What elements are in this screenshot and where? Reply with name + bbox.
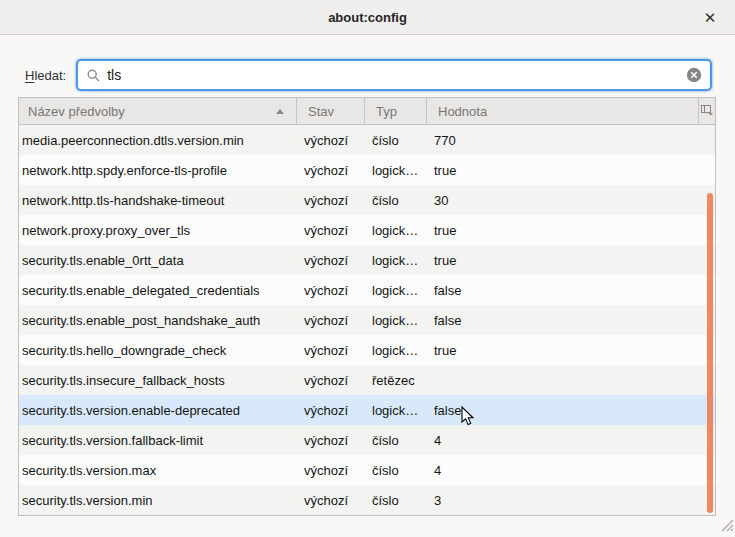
pref-status-cell: výchozí	[296, 253, 364, 268]
prefs-table: Název předvolby Stav Typ Hodnota media.p…	[18, 97, 716, 516]
pref-value-cell: 3	[426, 493, 715, 508]
close-button[interactable]: ✕	[697, 0, 723, 35]
pref-name-cell: media.peerconnection.dtls.version.min	[19, 133, 296, 148]
titlebar: about:config ✕	[0, 0, 735, 35]
pref-status-cell: výchozí	[296, 193, 364, 208]
pref-status-cell: výchozí	[296, 163, 364, 178]
search-input[interactable]: tls	[76, 59, 712, 91]
clear-search-icon[interactable]	[686, 67, 702, 83]
pref-value-cell: 4	[426, 463, 715, 478]
pref-type-cell: logick…	[364, 223, 426, 238]
table-row[interactable]: security.tls.hello_downgrade_check výcho…	[19, 335, 715, 365]
pref-value-cell: true	[426, 343, 715, 358]
search-label: Hledat:	[25, 68, 66, 83]
table-row[interactable]: security.tls.enable_0rtt_data výchozí lo…	[19, 245, 715, 275]
pref-value-cell: true	[426, 253, 715, 268]
column-header-status[interactable]: Stav	[296, 98, 364, 124]
pref-value-cell: 4	[426, 433, 715, 448]
pref-type-cell: řetězec	[364, 373, 426, 388]
column-header-name[interactable]: Název předvolby	[19, 98, 296, 124]
pref-name-cell: network.http.spdy.enforce-tls-profile	[19, 163, 296, 178]
column-header-type[interactable]: Typ	[364, 98, 426, 124]
pref-value-cell: false	[426, 403, 715, 418]
column-header-value[interactable]: Hodnota	[426, 98, 698, 124]
pref-status-cell: výchozí	[296, 283, 364, 298]
pref-status-cell: výchozí	[296, 433, 364, 448]
table-body: media.peerconnection.dtls.version.min vý…	[19, 125, 715, 515]
table-row[interactable]: network.http.spdy.enforce-tls-profile vý…	[19, 155, 715, 185]
pref-name-cell: security.tls.hello_downgrade_check	[19, 343, 296, 358]
table-row[interactable]: security.tls.enable_delegated_credential…	[19, 275, 715, 305]
table-row[interactable]: security.tls.enable_post_handshake_auth …	[19, 305, 715, 335]
pref-type-cell: číslo	[364, 433, 426, 448]
pref-name-cell: security.tls.enable_delegated_credential…	[19, 283, 296, 298]
column-picker-icon	[701, 104, 714, 119]
table-row[interactable]: network.http.tls-handshake-timeout výcho…	[19, 185, 715, 215]
pref-type-cell: logick…	[364, 343, 426, 358]
table-row[interactable]: security.tls.version.fallback-limit vých…	[19, 425, 715, 455]
pref-name-cell: security.tls.insecure_fallback_hosts	[19, 373, 296, 388]
pref-type-cell: logick…	[364, 253, 426, 268]
pref-status-cell: výchozí	[296, 463, 364, 478]
pref-name-cell: network.http.tls-handshake-timeout	[19, 193, 296, 208]
pref-type-cell: číslo	[364, 133, 426, 148]
pref-name-cell: security.tls.enable_post_handshake_auth	[19, 313, 296, 328]
search-icon	[87, 69, 100, 82]
search-query-text: tls	[107, 67, 686, 83]
table-row[interactable]: security.tls.version.max výchozí číslo 4	[19, 455, 715, 485]
pref-status-cell: výchozí	[296, 403, 364, 418]
pref-name-cell: security.tls.version.min	[19, 493, 296, 508]
pref-name-cell: security.tls.version.max	[19, 463, 296, 478]
pref-name-cell: network.proxy.proxy_over_tls	[19, 223, 296, 238]
table-row[interactable]: security.tls.version.min výchozí číslo 3	[19, 485, 715, 515]
pref-type-cell: číslo	[364, 493, 426, 508]
pref-value-cell: 30	[426, 193, 715, 208]
table-row[interactable]: security.tls.version.enable-deprecated v…	[19, 395, 715, 425]
pref-type-cell: logick…	[364, 313, 426, 328]
table-row[interactable]: network.proxy.proxy_over_tls výchozí log…	[19, 215, 715, 245]
table-header: Název předvolby Stav Typ Hodnota	[19, 98, 715, 125]
pref-type-cell: logick…	[364, 163, 426, 178]
pref-type-cell: číslo	[364, 463, 426, 478]
pref-value-cell: true	[426, 223, 715, 238]
pref-status-cell: výchozí	[296, 343, 364, 358]
pref-type-cell: logick…	[364, 403, 426, 418]
search-row: Hledat: tls	[25, 59, 712, 91]
pref-value-cell: 770	[426, 133, 715, 148]
table-row[interactable]: media.peerconnection.dtls.version.min vý…	[19, 125, 715, 155]
pref-status-cell: výchozí	[296, 133, 364, 148]
table-row[interactable]: security.tls.insecure_fallback_hosts výc…	[19, 365, 715, 395]
column-picker-button[interactable]	[698, 98, 715, 124]
vertical-scrollbar-thumb[interactable]	[707, 193, 713, 513]
about-config-window: about:config ✕ Hledat: tls Název předvol…	[0, 0, 735, 537]
pref-name-cell: security.tls.enable_0rtt_data	[19, 253, 296, 268]
resize-grip[interactable]	[719, 517, 734, 536]
sort-ascending-icon	[276, 109, 284, 114]
pref-status-cell: výchozí	[296, 493, 364, 508]
pref-name-cell: security.tls.version.enable-deprecated	[19, 403, 296, 418]
pref-type-cell: logick…	[364, 283, 426, 298]
window-title: about:config	[328, 10, 407, 25]
pref-value-cell: false	[426, 283, 715, 298]
pref-status-cell: výchozí	[296, 223, 364, 238]
pref-type-cell: číslo	[364, 193, 426, 208]
pref-status-cell: výchozí	[296, 373, 364, 388]
pref-name-cell: security.tls.version.fallback-limit	[19, 433, 296, 448]
pref-status-cell: výchozí	[296, 313, 364, 328]
pref-value-cell: true	[426, 163, 715, 178]
pref-value-cell: false	[426, 313, 715, 328]
